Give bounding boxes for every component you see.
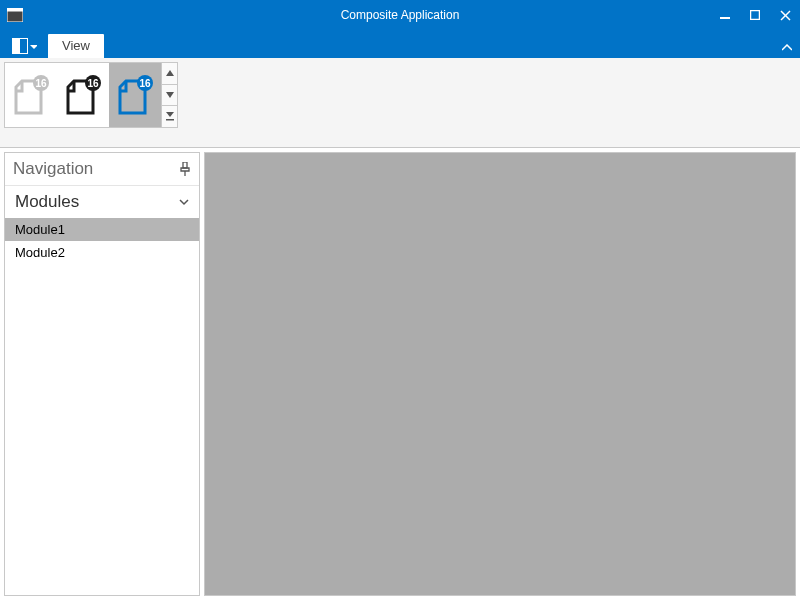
maximize-button[interactable]: [740, 0, 770, 30]
navigation-group-title: Modules: [15, 192, 79, 212]
svg-marker-12: [166, 112, 174, 117]
navigation-title: Navigation: [13, 159, 93, 179]
gallery-scrollbar: [161, 63, 177, 127]
theme-gallery: 16 16 16: [4, 62, 178, 128]
pin-button[interactable]: [179, 162, 191, 176]
list-item[interactable]: Module1: [5, 218, 199, 241]
badge-text: 16: [35, 78, 47, 89]
minimize-button[interactable]: [710, 0, 740, 30]
svg-rect-1: [7, 11, 23, 22]
gallery-item-theme-light[interactable]: 16: [5, 63, 57, 127]
gallery-scroll-down-button[interactable]: [162, 85, 177, 107]
app-icon: [0, 0, 30, 30]
ribbon-content: 16 16 16: [0, 58, 800, 148]
chevron-down-icon: [179, 198, 189, 206]
badge-text: 16: [87, 78, 99, 89]
gallery-scroll-up-button[interactable]: [162, 63, 177, 85]
gallery-expand-button[interactable]: [162, 106, 177, 127]
tab-view[interactable]: View: [48, 34, 104, 58]
triangle-down-icon: [166, 92, 174, 98]
navigation-panel: Navigation Modules Module1 Module2: [4, 152, 200, 596]
workspace-area: [204, 152, 796, 596]
window-title: Composite Application: [0, 8, 800, 22]
svg-marker-10: [166, 70, 174, 76]
ribbon-tab-strip: View: [0, 30, 800, 58]
ribbon-collapse-button[interactable]: [782, 44, 792, 52]
close-button[interactable]: [770, 0, 800, 30]
gallery-item-theme-blue[interactable]: 16: [109, 63, 161, 127]
triangle-down-bar-icon: [166, 112, 174, 121]
navigation-list: Module1 Module2: [5, 218, 199, 595]
svg-marker-11: [166, 92, 174, 98]
svg-rect-13: [166, 119, 174, 121]
navigation-group-header[interactable]: Modules: [5, 185, 199, 218]
svg-rect-14: [183, 162, 187, 168]
gallery-item-theme-dark[interactable]: 16: [57, 63, 109, 127]
pin-icon: [179, 162, 191, 176]
svg-rect-3: [751, 11, 760, 20]
chevron-down-icon: [30, 43, 37, 50]
svg-marker-6: [30, 45, 37, 49]
client-area: Navigation Modules Module1 Module2: [0, 148, 800, 600]
navigation-header: Navigation: [5, 153, 199, 185]
title-bar: Composite Application: [0, 0, 800, 30]
badge-text: 16: [139, 78, 151, 89]
triangle-up-icon: [166, 70, 174, 76]
list-item[interactable]: Module2: [5, 241, 199, 264]
chevron-up-icon: [782, 44, 792, 52]
quick-access-toolbar-button[interactable]: [8, 34, 40, 58]
